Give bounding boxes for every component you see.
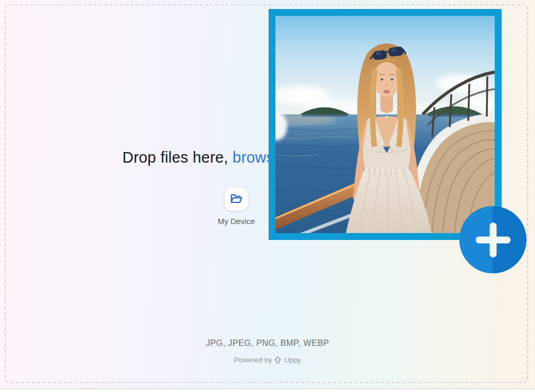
allowed-file-types: JPG, JPEG, PNG, BMP, WEBP [0,338,535,348]
preview-photo [275,16,495,233]
powered-by-uppy-link[interactable]: Powered by Uppy [0,356,535,364]
drop-hint-text: Drop files here, brows [122,149,274,166]
my-device-button[interactable]: My Device [212,188,260,226]
powered-by-text: Powered by [234,356,272,364]
image-preview-frame [269,9,502,240]
my-device-label: My Device [212,217,260,226]
add-more-button[interactable] [459,206,527,273]
uppy-arrow-icon [274,356,282,364]
uppy-dashboard-dropzone[interactable]: Drop files here, brows My Device [0,0,535,389]
drop-hint-prefix: Drop files here, [122,149,233,166]
plus-icon [459,206,527,273]
browse-files-link[interactable]: brows [233,149,274,166]
folder-open-icon [225,188,248,211]
uppy-brand-text: Uppy [284,356,301,364]
